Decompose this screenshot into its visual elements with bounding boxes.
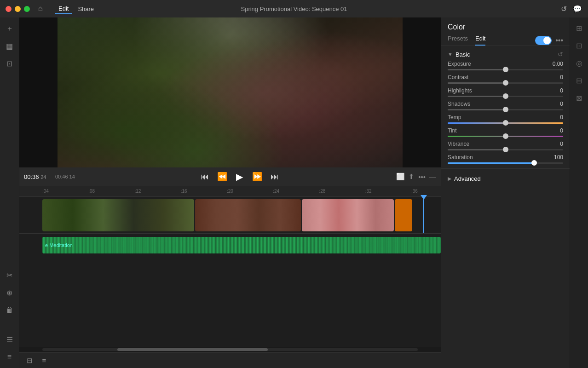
collapse-icon[interactable]: ― xyxy=(429,173,436,181)
add-button[interactable]: ＋ xyxy=(2,21,17,36)
vibrance-thumb[interactable] xyxy=(503,147,508,152)
highlights-value: 0 xyxy=(560,87,563,94)
shadows-fill xyxy=(448,109,506,110)
vibrance-track[interactable] xyxy=(448,149,563,150)
panel-wrapper: Color Presets Edit ••• ▼ Basic ↺ xyxy=(441,17,588,368)
video-frame xyxy=(58,17,403,167)
contrast-track[interactable] xyxy=(448,82,563,84)
maximize-button[interactable] xyxy=(24,6,30,12)
cut-icon[interactable]: ✂ xyxy=(2,268,17,282)
clip-blossoms[interactable] xyxy=(302,199,394,231)
saturation-label: Saturation xyxy=(448,154,473,161)
frame-back-button[interactable]: ⏪ xyxy=(216,170,229,183)
basic-reset-icon[interactable]: ↺ xyxy=(558,51,563,58)
tab-edit[interactable]: Edit xyxy=(475,35,485,46)
shadows-track[interactable] xyxy=(448,109,563,110)
temp-thumb[interactable] xyxy=(503,120,508,126)
shadows-thumb[interactable] xyxy=(503,107,508,112)
more-options-icon[interactable]: ••• xyxy=(418,173,426,181)
section-divider xyxy=(441,168,570,169)
bottom-toolbar: ⊟ ≡ xyxy=(19,352,441,368)
exposure-thumb[interactable] xyxy=(503,67,508,72)
edit-menu[interactable]: Edit xyxy=(55,4,72,14)
temp-slider-row: Temp 0 xyxy=(441,113,570,126)
highlights-thumb[interactable] xyxy=(503,93,508,99)
timeline-view-button[interactable]: ⊟ xyxy=(23,354,36,367)
clip-landscape[interactable] xyxy=(42,199,194,231)
skip-to-end-button[interactable]: ⏭ xyxy=(268,170,281,183)
contrast-label: Contrast xyxy=(448,74,468,80)
timeline-scrollbar xyxy=(19,347,441,352)
window-title: Spring Promotional Video: Sequence 01 xyxy=(241,6,347,12)
clip-orange[interactable] xyxy=(395,199,412,231)
home-icon[interactable]: ⌂ xyxy=(34,2,47,16)
exposure-value: 0.00 xyxy=(553,61,563,67)
share-menu[interactable]: Share xyxy=(74,4,98,14)
audio-clip[interactable]: e Meditation xyxy=(42,237,441,253)
fit-to-window-icon[interactable]: ⬜ xyxy=(396,172,405,181)
contrast-thumb[interactable] xyxy=(503,80,508,86)
transport-right: ⬜ ⬆ ••• ― xyxy=(396,172,436,181)
grid-icon[interactable]: ⊞ xyxy=(572,21,586,35)
tint-label-row: Tint 0 xyxy=(448,127,563,134)
panel-body: ▼ Basic ↺ Exposure 0.00 xyxy=(441,46,570,368)
scrollbar-thumb[interactable] xyxy=(117,348,267,351)
current-time: 00:36 24 xyxy=(24,173,52,180)
list-view-button[interactable]: ≡ xyxy=(38,354,51,367)
timeline-ruler: :04 :08 :12 :16 :20 :24 :28 :32 :36 xyxy=(19,186,441,197)
transitions-icon[interactable]: ⊡ xyxy=(2,56,17,71)
playhead[interactable] xyxy=(423,197,424,233)
undo-icon[interactable]: ↺ xyxy=(559,4,569,14)
clips-icon[interactable]: ▦ xyxy=(2,39,17,53)
saturation-thumb[interactable] xyxy=(531,160,537,166)
shadows-label-row: Shadows 0 xyxy=(448,101,563,107)
color-toggle[interactable] xyxy=(535,36,552,45)
vibrance-slider-row: Vibrance 0 xyxy=(441,140,570,153)
frame-forward-button[interactable]: ⏩ xyxy=(251,170,264,183)
saturation-track[interactable] xyxy=(448,162,563,164)
tab-presets[interactable]: Presets xyxy=(448,35,468,46)
color-panel-title: Color xyxy=(441,17,570,31)
transform-icon[interactable]: ⊠ xyxy=(572,91,586,105)
globe-icon[interactable]: ◎ xyxy=(572,56,586,70)
panel-more-icon[interactable]: ••• xyxy=(555,36,563,45)
exposure-track[interactable] xyxy=(448,69,563,70)
timeline-icon[interactable]: ☰ xyxy=(2,332,17,347)
audio-waveform-bumps xyxy=(42,237,441,253)
share-clip-icon[interactable]: ⬆ xyxy=(409,172,415,181)
vibrance-label: Vibrance xyxy=(448,141,469,147)
left-sidebar: ＋ ▦ ⊡ ✂ ⊕ 🗑 ☰ ≡ xyxy=(0,17,19,368)
close-button[interactable] xyxy=(6,6,12,12)
temp-track[interactable] xyxy=(448,122,563,124)
advanced-section-header[interactable]: ▶ Advanced xyxy=(441,171,570,187)
play-button[interactable]: ▶ xyxy=(233,170,246,183)
titlebar-right-actions: ↺ 💬 xyxy=(559,4,582,14)
tint-track[interactable] xyxy=(448,136,563,137)
temp-label: Temp xyxy=(448,114,461,121)
list-icon[interactable]: ≡ xyxy=(2,350,17,364)
tint-thumb[interactable] xyxy=(503,133,508,139)
highlights-label: Highlights xyxy=(448,87,472,94)
contrast-value: 0 xyxy=(560,74,563,80)
temp-value: 0 xyxy=(560,114,563,121)
highlights-track[interactable] xyxy=(448,96,563,97)
basic-section-header[interactable]: ▼ Basic ↺ xyxy=(441,46,570,60)
ruler-marks: :04 :08 :12 :16 :20 :24 :28 :32 :36 xyxy=(42,189,418,194)
audio-label: e Meditation xyxy=(45,242,73,248)
delete-icon[interactable]: 🗑 xyxy=(2,303,17,317)
saturation-value: 100 xyxy=(554,154,563,161)
scrollbar-track[interactable] xyxy=(42,348,418,351)
color-panel: Color Presets Edit ••• ▼ Basic ↺ xyxy=(441,17,570,368)
skip-to-start-button[interactable]: ⏮ xyxy=(198,170,211,183)
clip-flowers[interactable] xyxy=(195,199,301,231)
timeline-tracks: e Meditation xyxy=(19,197,441,347)
minimize-button[interactable] xyxy=(15,6,21,12)
preview-video xyxy=(58,17,403,167)
crop-icon[interactable]: ⊡ xyxy=(572,39,586,52)
highlights-fill xyxy=(448,96,506,97)
insert-icon[interactable]: ⊕ xyxy=(2,285,17,300)
layers-icon[interactable]: ⊟ xyxy=(572,74,586,87)
chat-icon[interactable]: 💬 xyxy=(572,4,582,14)
audio-track: e Meditation xyxy=(19,234,441,257)
shadows-slider-row: Shadows 0 xyxy=(441,100,570,113)
